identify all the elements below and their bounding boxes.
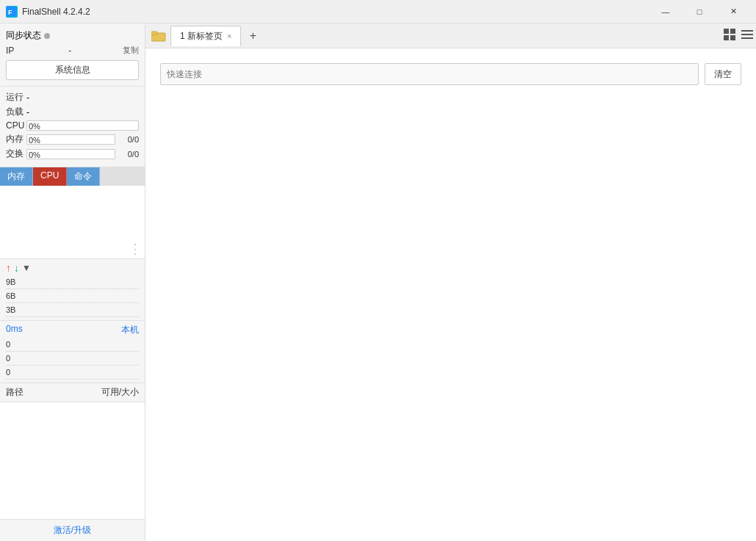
cpu-row: CPU 0% [6,120,139,131]
sync-status-row: 同步状态 [6,29,139,42]
tab-label: 1 新标签页 [180,30,223,43]
swap-row: 交换 0% 0/0 [6,148,139,160]
network-section: ↑ ↓ ▼ 9B 6B 3B [0,259,145,321]
app-title: FinalShell 4.2.4.2 [22,7,649,17]
grid-view-icon[interactable] [724,29,735,43]
ping-value-2: 0 [6,352,139,366]
tab-bar: 1 新标签页 × + [145,23,756,48]
ping-value-1: 0 [6,338,139,352]
download-icon: ↓ [14,262,19,274]
memory-detail: 0/0 [118,135,139,144]
sidebar: 同步状态 IP - 复制 系统信息 运行 - 负载 - CPU [0,23,145,541]
cpu-bar-text: 0% [29,121,40,131]
ping-time: 0ms [6,324,23,336]
ping-value-3: 0 [6,366,139,380]
memory-label: 内存 [6,133,26,145]
svg-rect-4 [724,29,729,34]
activate-link[interactable]: 激活/升级 [0,519,145,541]
sync-status-label: 同步状态 [6,29,41,42]
ping-host: 本机 [121,324,139,336]
memory-row: 内存 0% 0/0 [6,133,139,145]
chart-dots: ⋮ [129,242,142,255]
memory-bar-text: 0% [29,135,40,145]
main-container: 同步状态 IP - 复制 系统信息 运行 - 负载 - CPU [0,23,756,541]
collapse-icon: ▼ [22,263,31,273]
tab-memory[interactable]: 内存 [0,167,33,186]
list-view-icon[interactable] [741,29,753,43]
svg-rect-7 [730,35,735,40]
load-value: - [26,107,29,117]
swap-bar: 0% [26,149,115,159]
network-header: ↑ ↓ ▼ [6,262,139,274]
tab-cpu[interactable]: CPU [33,167,67,186]
svg-rect-6 [724,35,729,40]
run-row: 运行 - [6,91,139,104]
svg-text:F: F [8,9,12,16]
content-area: 清空 [145,48,756,541]
svg-rect-5 [730,29,735,34]
tab-close-icon[interactable]: × [227,32,231,40]
tab-new-tab[interactable]: 1 新标签页 × [170,26,241,46]
swap-detail: 0/0 [118,150,139,159]
ip-label: IP [6,46,14,56]
monitor-tabs: 内存 CPU 命令 [0,167,145,186]
monitor-chart: ⋮ [0,186,145,259]
sidebar-top: 同步状态 IP - 复制 系统信息 [0,23,145,87]
folder-icon-button[interactable] [148,26,169,46]
tab-add-button[interactable]: + [244,27,262,45]
copy-button[interactable]: 复制 [123,45,139,56]
load-label: 负载 [6,106,26,118]
svg-rect-9 [741,34,753,35]
cpu-bar: 0% [26,120,139,131]
disk-content [0,402,145,519]
tab-cmd[interactable]: 命令 [67,167,100,186]
minimize-button[interactable]: — [649,0,683,23]
maximize-button[interactable]: □ [683,0,716,23]
clear-button[interactable]: 清空 [705,63,741,85]
ping-header: 0ms 本机 [6,324,139,336]
net-value-1: 9B [6,275,139,289]
disk-header: 路径 可用/大小 [0,383,145,402]
sys-info-button[interactable]: 系统信息 [6,60,139,80]
tab-bar-right [724,29,753,43]
svg-rect-10 [741,37,753,39]
ip-value: - [68,46,71,56]
net-value-2: 6B [6,289,139,303]
titlebar: F FinalShell 4.2.4.2 — □ ✕ [0,0,756,23]
disk-size-label: 可用/大小 [95,386,139,399]
run-value: - [26,92,29,103]
ping-section: 0ms 本机 0 0 0 [0,321,145,383]
close-button[interactable]: ✕ [716,0,750,23]
load-row: 负载 - [6,106,139,118]
svg-rect-8 [741,30,753,32]
sync-dot [44,33,50,39]
sidebar-stats: 运行 - 负载 - CPU 0% 内存 0% 0/0 [0,87,145,167]
svg-rect-3 [151,32,157,35]
run-label: 运行 [6,91,26,104]
disk-path-label: 路径 [6,386,95,399]
right-panel: 1 新标签页 × + [145,23,756,541]
quick-connect-container: 清空 [160,63,741,85]
app-icon: F [6,6,18,18]
ip-row: IP - 复制 [6,45,139,56]
net-value-3: 3B [6,303,139,317]
swap-label: 交换 [6,148,26,160]
window-controls: — □ ✕ [649,0,750,23]
cpu-label: CPU [6,120,26,131]
swap-bar-text: 0% [29,150,40,159]
memory-bar: 0% [26,134,115,145]
disk-section: 路径 可用/大小 [0,383,145,519]
upload-icon: ↑ [6,262,11,274]
quick-connect-input[interactable] [160,63,699,85]
